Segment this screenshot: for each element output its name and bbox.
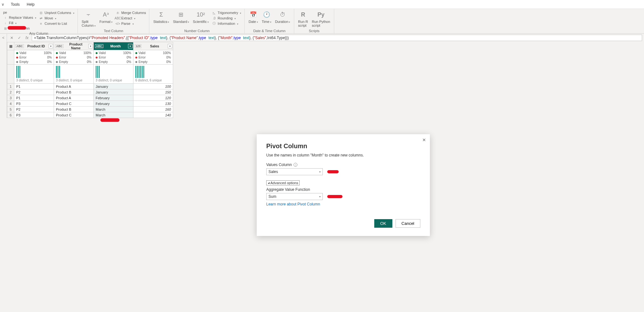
ribbon-group-scripts: RRun Rscript PyRun Pythonscript Scripts bbox=[294, 9, 334, 33]
data-grid: ▦ ABCProduct ID▾ ABCProduct Name▾ ABCMon… bbox=[7, 42, 173, 118]
ribbon-group-title: Text Column bbox=[80, 28, 146, 33]
extract-button[interactable]: ABCExtract bbox=[115, 16, 147, 21]
ribbon-group-text-column: ⫟SplitColumn AᵃFormat ⫙Merge Columns ABC… bbox=[78, 9, 149, 33]
distribution-row: 3 distinct, 0 unique 3 distinct, 0 uniqu… bbox=[7, 65, 173, 84]
type-icon[interactable]: 123 bbox=[135, 44, 141, 48]
formula-row: < ✕ ✓ fx = Table.TransformColumnTypes (#… bbox=[0, 34, 644, 42]
table-row[interactable]: 5P2Product BMarch160 bbox=[7, 107, 173, 112]
table-row[interactable]: 2P2Product BJanuary150 bbox=[7, 89, 173, 95]
work-area: ▦ ABCProduct ID▾ ABCProduct Name▾ ABCMon… bbox=[0, 42, 644, 118]
table-row[interactable]: 1P1Product AJanuary100 bbox=[7, 84, 173, 89]
split-column-button[interactable]: ⫟SplitColumn bbox=[80, 10, 97, 27]
convert-to-list-button[interactable]: ≡Convert to List bbox=[38, 21, 75, 26]
ribbon-group-title: Scripts bbox=[297, 28, 331, 33]
statistics-button[interactable]: ΣStatistics bbox=[152, 10, 170, 24]
information-button[interactable]: ⓘInformation bbox=[211, 21, 242, 26]
table-row[interactable]: 3P1Product AFebruary120 bbox=[7, 95, 173, 101]
trigonometry-button[interactable]: ◺Trigonometry bbox=[211, 10, 242, 15]
move-button[interactable]: ⇄Move bbox=[38, 16, 75, 21]
fill-button[interactable]: ↓Fill bbox=[3, 20, 37, 25]
quality-row: Valid100%Error0%Empty0% Valid100%Error0%… bbox=[7, 50, 173, 65]
filter-icon[interactable]: ▾ bbox=[88, 44, 93, 48]
format-button[interactable]: AᵃFormat bbox=[98, 10, 114, 24]
merge-columns-button[interactable]: ⫙Merge Columns bbox=[115, 10, 147, 15]
rounding-button[interactable]: .0Rounding bbox=[211, 16, 242, 21]
table-corner[interactable]: ▦ bbox=[7, 42, 14, 50]
standard-button[interactable]: ⊞Standard bbox=[172, 10, 190, 24]
table-row[interactable]: 4P3Product CFebruary130 bbox=[7, 101, 173, 107]
data-type-trunc[interactable]: pe bbox=[3, 10, 37, 15]
column-header-month[interactable]: ABCMonth▾ bbox=[94, 42, 133, 50]
run-r-script-button[interactable]: RRun Rscript bbox=[297, 10, 309, 27]
menubar: v Tools Help bbox=[0, 0, 644, 9]
column-header-sales[interactable]: 123Sales▾ bbox=[133, 42, 173, 50]
run-python-script-button[interactable]: PyRun Pythonscript bbox=[311, 10, 331, 27]
formula-commit-icon[interactable]: ✓ bbox=[17, 35, 22, 41]
replace-values-button[interactable]: ↕Replace Values bbox=[3, 15, 37, 20]
annotation-redact bbox=[8, 26, 26, 30]
type-icon[interactable]: ABC bbox=[16, 44, 24, 48]
formula-input[interactable]: = Table.TransformColumnTypes (# "Promote… bbox=[32, 35, 642, 41]
tab-view-trunc[interactable]: v bbox=[2, 2, 4, 7]
tab-help[interactable]: Help bbox=[27, 2, 35, 7]
time-button[interactable]: 🕐Time bbox=[261, 10, 273, 24]
filter-icon[interactable]: ▾ bbox=[49, 44, 53, 48]
header-row: ▦ ABCProduct ID▾ ABCProduct Name▾ ABCMon… bbox=[7, 42, 173, 50]
tab-tools[interactable]: Tools bbox=[11, 2, 20, 7]
date-button[interactable]: 📅Date bbox=[247, 10, 259, 24]
type-icon[interactable]: ABC bbox=[95, 44, 103, 48]
ribbon-group-date-time: 📅Date 🕐Time ⏱Duration Date & Time Column bbox=[245, 9, 294, 33]
filter-icon[interactable]: ▾ bbox=[128, 44, 132, 48]
table-row[interactable]: 6P3Product CMarch140 bbox=[7, 112, 173, 118]
type-icon[interactable]: ABC bbox=[55, 44, 64, 48]
ribbon-group-any-column: pe ↕Replace Values ↓Fill ⊞Pivot Column ⊟… bbox=[0, 9, 78, 33]
parse-button[interactable]: </>Parse bbox=[115, 21, 147, 26]
unpivot-columns-button[interactable]: ⊟Unpivot Columns bbox=[38, 10, 75, 15]
ribbon-group-title: Number Column bbox=[152, 28, 242, 33]
column-header-product-id[interactable]: ABCProduct ID▾ bbox=[14, 42, 54, 50]
formula-cancel-icon[interactable]: ✕ bbox=[9, 35, 15, 41]
filter-icon[interactable]: ▾ bbox=[168, 44, 172, 48]
ribbon-group-title: Date & Time Column bbox=[247, 28, 291, 33]
formula-fx-icon[interactable]: fx bbox=[24, 35, 30, 41]
formula-bar: ✕ ✓ fx = Table.TransformColumnTypes (# "… bbox=[7, 34, 644, 42]
column-header-product-name[interactable]: ABCProduct Name▾ bbox=[54, 42, 94, 50]
ribbon: pe ↕Replace Values ↓Fill ⊞Pivot Column ⊟… bbox=[0, 9, 644, 34]
left-gutter bbox=[0, 42, 7, 118]
ribbon-group-number-column: ΣStatistics ⊞Standard 10²Scientific ◺Tri… bbox=[149, 9, 245, 33]
duration-button[interactable]: ⏱Duration bbox=[274, 10, 292, 24]
scientific-button[interactable]: 10²Scientific bbox=[192, 10, 210, 24]
ribbon-group-title: Any Column bbox=[3, 31, 75, 35]
